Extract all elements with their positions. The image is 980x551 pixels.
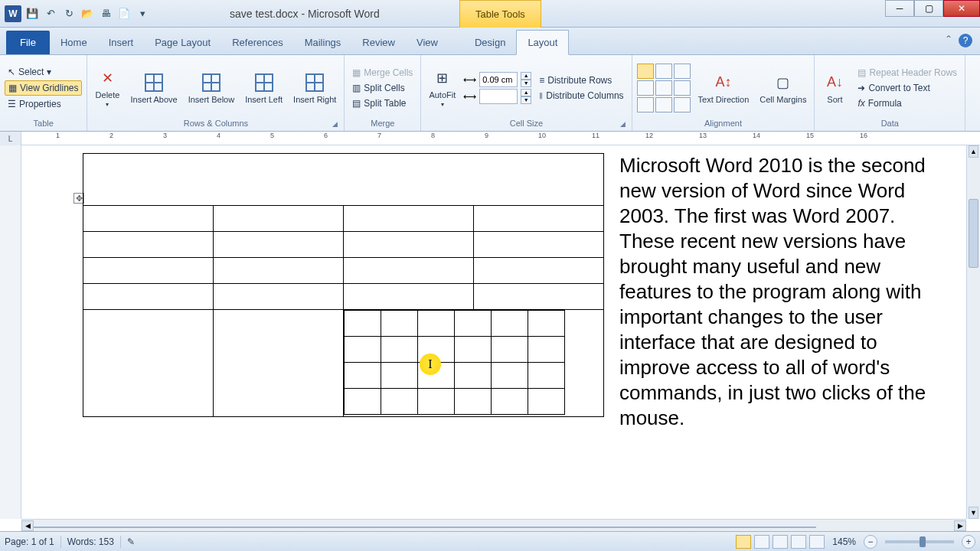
col-width-field[interactable] xyxy=(479,89,518,104)
redo-icon[interactable]: ↻ xyxy=(61,6,77,21)
distribute-columns-button[interactable]: ⦀Distribute Columns xyxy=(536,89,626,103)
zoom-slider-handle[interactable] xyxy=(920,536,926,547)
page-status[interactable]: Page: 1 of 1 xyxy=(5,536,54,547)
insert-right-button[interactable]: Insert Right xyxy=(290,70,339,106)
col-width-input[interactable]: ⟷ ▲▼ xyxy=(463,89,531,104)
word-count[interactable]: Words: 153 xyxy=(67,536,114,547)
tab-page-layout[interactable]: Page Layout xyxy=(144,31,221,54)
outer-table[interactable] xyxy=(83,153,604,417)
minimize-button[interactable]: ─ xyxy=(885,0,914,17)
body-paragraph[interactable]: Microsoft Word 2010 is the second new ve… xyxy=(83,153,951,431)
align-bot-right[interactable] xyxy=(674,97,691,112)
print-layout-view-icon[interactable] xyxy=(736,535,751,549)
tab-mailings[interactable]: Mailings xyxy=(294,31,352,54)
hscroll-thumb[interactable] xyxy=(34,527,816,528)
web-layout-view-icon[interactable] xyxy=(773,535,788,549)
distribute-rows-button[interactable]: ≡Distribute Rows xyxy=(536,73,626,87)
align-bot-left[interactable] xyxy=(637,97,654,112)
vertical-scrollbar[interactable]: ▲ ▼ xyxy=(966,145,980,519)
zoom-out-button[interactable]: − xyxy=(864,535,877,549)
insert-below-button[interactable]: Insert Below xyxy=(185,70,238,106)
row-height-input[interactable]: ⟷ ▲▼ xyxy=(463,72,531,87)
align-bot-center[interactable] xyxy=(655,97,672,112)
align-top-left[interactable] xyxy=(637,64,654,79)
tab-file[interactable]: File xyxy=(6,31,50,54)
align-mid-left[interactable] xyxy=(637,80,654,96)
ruler-tab-selector[interactable]: L xyxy=(0,132,21,145)
split-cells-icon: ▥ xyxy=(352,83,361,93)
nested-table[interactable] xyxy=(344,310,565,415)
tab-insert[interactable]: Insert xyxy=(98,31,145,54)
tab-layout[interactable]: Layout xyxy=(516,30,569,55)
new-doc-icon[interactable]: 📄 xyxy=(116,6,132,21)
vertical-ruler[interactable] xyxy=(0,145,21,519)
formula-button[interactable]: fxFormula xyxy=(854,96,960,110)
zoom-level[interactable]: 145% xyxy=(832,536,856,547)
tab-review[interactable]: Review xyxy=(351,31,406,54)
scroll-left-icon[interactable]: ◀ xyxy=(21,520,34,531)
convert-to-text-button[interactable]: ➜Convert to Text xyxy=(854,81,960,95)
insert-above-icon xyxy=(143,72,165,93)
insert-above-button[interactable]: Insert Above xyxy=(127,70,180,106)
word-app-icon[interactable]: W xyxy=(5,5,21,22)
row-height-field[interactable] xyxy=(479,72,518,87)
tab-view[interactable]: View xyxy=(406,31,449,54)
text-direction-button[interactable]: A↕Text Direction xyxy=(695,70,753,106)
align-mid-right[interactable] xyxy=(674,80,691,96)
horizontal-ruler[interactable]: L 1 2 3 4 5 6 7 8 9 10 11 12 13 14 15 16 xyxy=(0,132,980,145)
print-preview-icon[interactable]: 🖶 xyxy=(98,6,113,21)
ruler-tick: 5 xyxy=(270,132,274,139)
autofit-button[interactable]: ⊞AutoFit▾ xyxy=(426,66,459,109)
document-content[interactable]: Microsoft Word 2010 is the second new ve… xyxy=(83,153,951,431)
split-table-button[interactable]: ▤Split Table xyxy=(349,96,416,110)
height-up-icon[interactable]: ▲ xyxy=(521,72,531,80)
body-text[interactable]: Microsoft Word 2010 is the second new ve… xyxy=(619,154,926,429)
open-icon[interactable]: 📂 xyxy=(80,6,95,21)
vscroll-thumb[interactable] xyxy=(969,199,978,268)
ruler-tick: 2 xyxy=(109,132,113,139)
draft-view-icon[interactable] xyxy=(809,535,825,549)
save-icon[interactable]: 💾 xyxy=(24,6,40,21)
cell-margins-button[interactable]: ▢Cell Margins xyxy=(756,70,809,106)
delete-button[interactable]: ✕Delete▾ xyxy=(92,66,122,109)
horizontal-scrollbar[interactable]: ◀ ▶ xyxy=(21,519,966,531)
full-screen-view-icon[interactable] xyxy=(754,535,769,549)
zoom-slider[interactable] xyxy=(885,540,954,543)
undo-icon[interactable]: ↶ xyxy=(43,6,58,21)
proofing-icon[interactable]: ✎ xyxy=(127,536,135,547)
scroll-down-icon[interactable]: ▼ xyxy=(969,507,978,519)
tab-references[interactable]: References xyxy=(221,31,293,54)
maximize-button[interactable]: ▢ xyxy=(914,0,943,17)
tab-home[interactable]: Home xyxy=(50,31,98,54)
qat-more-icon[interactable]: ▾ xyxy=(135,6,150,21)
split-cells-label: Split Cells xyxy=(364,83,404,93)
rows-cols-dialog-launcher-icon[interactable]: ◢ xyxy=(332,120,338,128)
align-top-right[interactable] xyxy=(674,64,691,79)
page-canvas[interactable]: ✥ xyxy=(21,145,966,519)
width-down-icon[interactable]: ▼ xyxy=(521,96,531,104)
select-button[interactable]: ↖Select ▾ xyxy=(5,65,82,79)
insert-left-button[interactable]: Insert Left xyxy=(242,70,286,106)
minimize-ribbon-icon[interactable]: ⌃ xyxy=(945,34,952,47)
outline-view-icon[interactable] xyxy=(791,535,806,549)
sort-button[interactable]: A↓Sort xyxy=(819,70,850,106)
view-gridlines-button[interactable]: ▦View Gridlines xyxy=(5,80,82,96)
properties-button[interactable]: ☰Properties xyxy=(5,97,82,111)
col-width-icon: ⟷ xyxy=(463,91,476,102)
align-top-center[interactable] xyxy=(655,64,672,79)
insert-left-label: Insert Left xyxy=(245,95,283,104)
close-button[interactable]: ✕ xyxy=(943,0,980,17)
height-down-icon[interactable]: ▼ xyxy=(521,80,531,87)
cell-size-dialog-launcher-icon[interactable]: ◢ xyxy=(620,120,626,128)
table-tools-contextual-label: Table Tools xyxy=(459,0,541,28)
align-mid-center[interactable] xyxy=(655,80,672,96)
scroll-up-icon[interactable]: ▲ xyxy=(969,145,978,158)
split-cells-button[interactable]: ▥Split Cells xyxy=(349,81,416,95)
tab-design[interactable]: Design xyxy=(464,31,516,54)
help-icon[interactable]: ? xyxy=(959,34,972,47)
ribbon-tabstrip: File Home Insert Page Layout References … xyxy=(0,28,980,55)
properties-label: Properties xyxy=(19,99,61,109)
scroll-right-icon[interactable]: ▶ xyxy=(954,520,966,531)
zoom-in-button[interactable]: + xyxy=(962,535,975,549)
width-up-icon[interactable]: ▲ xyxy=(521,89,531,96)
